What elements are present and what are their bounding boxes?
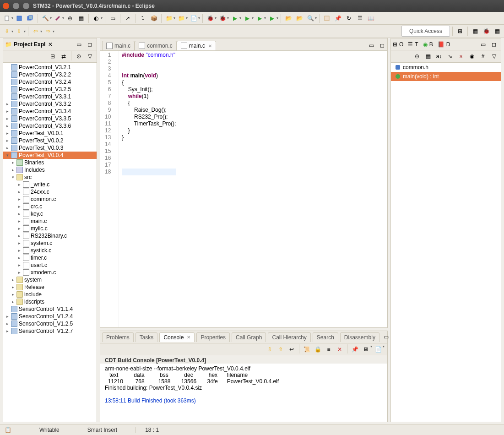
- tree-item[interactable]: PowerControl_V3.2.1: [3, 64, 97, 71]
- debug2-icon[interactable]: 🐞: [217, 13, 228, 23]
- tree-item[interactable]: ▸ldscripts: [3, 298, 97, 305]
- tab-t[interactable]: T: [415, 41, 418, 48]
- outline-item[interactable]: main(void) : int: [391, 72, 501, 81]
- outline-d-icon[interactable]: 📕: [438, 41, 444, 48]
- down-icon[interactable]: ⇩: [265, 344, 275, 354]
- editor-tab[interactable]: main.c: [102, 41, 135, 50]
- tree-item[interactable]: ▸myiic.c: [3, 225, 97, 232]
- code-area[interactable]: #include "common.h" int main(void){ Sys_…: [119, 51, 179, 327]
- outline-t-icon[interactable]: ☰: [408, 41, 413, 48]
- outline-maximize-icon[interactable]: ◻: [489, 39, 499, 49]
- tree-item[interactable]: PowerControl_V3.2.4: [3, 78, 97, 86]
- tree-item[interactable]: ▸PowerControl_V3.3.6: [3, 122, 97, 130]
- wrap-icon[interactable]: ↩: [287, 344, 297, 354]
- tree-item[interactable]: ▸PowerControl_V3.3.2: [3, 100, 97, 108]
- quick-access[interactable]: Quick Access: [401, 26, 450, 37]
- tree-item[interactable]: ▸main.c: [3, 218, 97, 225]
- o-sort-icon[interactable]: a↓: [434, 51, 444, 61]
- bottom-tab[interactable]: Search: [313, 332, 338, 342]
- console-body[interactable]: arm-none-eabi-size --format=berkeley Pow…: [100, 364, 387, 422]
- o-hide1-icon[interactable]: ↘: [445, 51, 455, 61]
- build-all-icon[interactable]: 🔨: [40, 13, 50, 23]
- tree-item[interactable]: ▸system.c: [3, 239, 97, 247]
- next-annotation-icon[interactable]: ⇩: [2, 26, 12, 36]
- focus-icon[interactable]: ⊙: [74, 51, 84, 61]
- editor-maximize-icon[interactable]: ◻: [377, 40, 387, 50]
- outline-icon[interactable]: ☰: [355, 13, 365, 23]
- fold-gutter[interactable]: [114, 51, 119, 327]
- outline-b-icon[interactable]: ◉: [423, 41, 428, 48]
- view-menu-icon[interactable]: ▽: [85, 51, 95, 61]
- open-console-icon[interactable]: 📄: [373, 344, 383, 354]
- build-target-icon[interactable]: ⊚: [65, 13, 75, 23]
- tree-item[interactable]: ▸usart.c: [3, 261, 97, 269]
- skip-icon[interactable]: ⤵: [138, 13, 148, 23]
- c-perspective-icon[interactable]: ▦: [470, 26, 480, 36]
- tree-item[interactable]: ▸PowerTest_V0.0.1: [3, 130, 97, 137]
- toggle-icon[interactable]: ▭: [108, 13, 118, 23]
- other-perspective-icon[interactable]: ▦: [492, 26, 502, 36]
- open-task-icon[interactable]: 📂: [294, 13, 304, 23]
- editor-body[interactable]: 123456789101112131415161718 #include "co…: [100, 51, 387, 327]
- tree-item[interactable]: ▸SensorControl_V1.2.7: [3, 327, 97, 335]
- bottom-tab[interactable]: Console ✕: [159, 332, 195, 342]
- tree-item[interactable]: ▸timer.c: [3, 254, 97, 261]
- bottom-tab[interactable]: Problems: [102, 332, 134, 342]
- minimize-icon[interactable]: ▭: [74, 39, 84, 49]
- tree-item[interactable]: ▸SensorControl_V1.2.4: [3, 313, 97, 320]
- maximize-icon[interactable]: ◻: [85, 39, 95, 49]
- book-icon[interactable]: 📖: [366, 13, 376, 23]
- tree-item[interactable]: ▸PowerTest_V0.0.3: [3, 144, 97, 152]
- link-icon[interactable]: ↗: [123, 13, 133, 23]
- outline-o-icon[interactable]: ⊞: [393, 41, 397, 48]
- tree-item[interactable]: SensorControl_V1.1.4: [3, 305, 97, 313]
- tree-item[interactable]: ▸_write.c: [3, 181, 97, 188]
- editor-minimize-icon[interactable]: ▭: [366, 40, 376, 50]
- outline-minimize-icon[interactable]: ▭: [478, 39, 488, 49]
- tree-item[interactable]: ▸Binaries: [3, 159, 97, 166]
- tree-item[interactable]: ▾PowerTest_V0.0.4: [3, 152, 97, 159]
- lock-icon[interactable]: 🔒: [313, 344, 323, 354]
- package-icon[interactable]: 📦: [149, 13, 159, 23]
- project-tree[interactable]: PowerControl_V3.2.1PowerControl_V3.2.2Po…: [3, 63, 97, 422]
- tree-item[interactable]: PowerControl_V3.2.5: [3, 86, 97, 93]
- scroll-icon[interactable]: 📜: [302, 344, 312, 354]
- profile-icon[interactable]: ◐: [91, 13, 101, 23]
- refresh-icon[interactable]: ↻: [344, 13, 354, 23]
- bottompanel-minimize-icon[interactable]: ▭: [381, 332, 391, 342]
- tree-item[interactable]: ▸xmodem.c: [3, 269, 97, 276]
- folder-c-icon[interactable]: 📁: [176, 13, 186, 23]
- o-tb2-icon[interactable]: ▦: [423, 51, 433, 61]
- bottom-tab[interactable]: Tasks: [135, 332, 158, 342]
- new-c-icon[interactable]: 📄: [189, 13, 199, 23]
- collapse-all-icon[interactable]: ⊟: [48, 51, 58, 61]
- tab-d[interactable]: D: [446, 41, 450, 48]
- profile-run-icon[interactable]: ▶: [255, 13, 265, 23]
- pin-icon[interactable]: 📌: [333, 13, 343, 23]
- bottom-tab[interactable]: Disassembly: [340, 332, 379, 342]
- debug-icon[interactable]: 🐞: [205, 13, 215, 23]
- chip-icon[interactable]: ▦: [76, 13, 86, 23]
- tree-item[interactable]: ▸crc.c: [3, 203, 97, 210]
- debug-perspective-icon[interactable]: 🐞: [481, 26, 491, 36]
- remove-icon[interactable]: ✕: [335, 344, 345, 354]
- tree-item[interactable]: ▸SensorControl_V1.2.5: [3, 320, 97, 327]
- clear-icon[interactable]: ≡: [324, 344, 334, 354]
- tree-item[interactable]: ▸RS232Binary.c: [3, 232, 97, 239]
- tree-item[interactable]: ▸include: [3, 291, 97, 298]
- build-icon[interactable]: [53, 13, 63, 23]
- tree-item[interactable]: ▸PowerControl_V3.3.4: [3, 108, 97, 115]
- window-minimize-button[interactable]: [13, 3, 19, 9]
- bottom-tab[interactable]: Properties: [196, 332, 230, 342]
- o-hide2-icon[interactable]: s: [456, 51, 466, 61]
- tree-item[interactable]: PowerControl_V3.3.1: [3, 93, 97, 100]
- link-editor-icon[interactable]: ⇄: [59, 51, 69, 61]
- window-maximize-button[interactable]: [23, 3, 29, 9]
- tree-item[interactable]: ▸PowerTest_V0.0.2: [3, 137, 97, 144]
- save-button[interactable]: [14, 13, 24, 23]
- mark-icon[interactable]: [322, 13, 332, 23]
- folder-star-icon[interactable]: 📁: [164, 13, 174, 23]
- tree-item[interactable]: PowerControl_V3.2.2: [3, 71, 97, 78]
- new-button[interactable]: [2, 13, 12, 23]
- display-console-icon[interactable]: 🖥: [361, 344, 371, 354]
